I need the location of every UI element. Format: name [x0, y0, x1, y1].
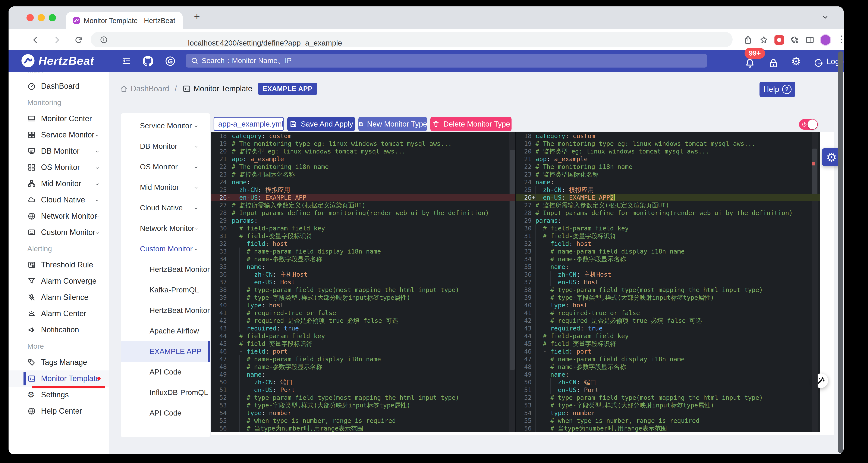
breadcrumb-dashboard-link[interactable]: DashBoard [131, 84, 169, 93]
catalog-group-label: DB Monitor [140, 142, 177, 150]
gear-icon: ⚙ [826, 150, 837, 164]
page-scrollbar[interactable] [838, 51, 843, 453]
save-and-apply-button[interactable]: Save And Apply [287, 117, 355, 131]
catalog-item-label: HertzBeat Monitor(Toke [150, 306, 210, 315]
home-icon[interactable] [120, 84, 128, 93]
settings-gear-icon[interactable]: ⚙ [791, 55, 801, 68]
sidebar-item-monitor-center[interactable]: Monitor Center [8, 111, 109, 127]
menu-fold-icon[interactable] [121, 56, 131, 66]
share-icon[interactable] [743, 35, 753, 45]
sidebar-item-alarm-center[interactable]: Alarm Center [8, 306, 109, 322]
catalog-item-kafka-promql[interactable]: Kafka-PromQL [121, 280, 210, 300]
yml-file-button[interactable]: app-a_example.yml [214, 117, 284, 131]
code-line-38: 38 # type-param field type(most mapping … [211, 286, 516, 294]
help-button[interactable]: Help ? [760, 82, 795, 97]
sidebar-item-notification[interactable]: Notification [8, 322, 109, 338]
address-bar[interactable]: localhost:4200/setting/define?app=a_exam… [91, 32, 733, 47]
hertzbeat-logo-icon [21, 53, 35, 68]
site-info-icon[interactable] [100, 36, 108, 44]
github-icon[interactable] [143, 56, 153, 66]
close-window-button[interactable] [27, 14, 34, 21]
adblock-extension-icon[interactable] [774, 35, 784, 45]
catalog-item-hertzbeat-monitor-toke[interactable]: HertzBeat Monitor(Toke [121, 300, 210, 321]
bookmark-star-icon[interactable] [759, 35, 769, 45]
catalog-item-api-code[interactable]: API Code [121, 403, 210, 423]
catalog-group-custom-monitor[interactable]: Custom Monitor [121, 238, 210, 259]
catalog-item-hertzbeat-monitor[interactable]: HertzBeat Monitor [121, 259, 210, 280]
catalog-group-network-monitor[interactable]: Network Monitor [121, 218, 210, 238]
code-line-37: 37 en-US: Host [211, 278, 516, 286]
chevron-down-icon [95, 198, 99, 203]
catalog-item-influxdb-promql[interactable]: InfluxDB-PromQL [121, 382, 210, 403]
search-input[interactable]: Search：Monitor Name、IP [186, 54, 707, 67]
line-number: 53 [516, 401, 536, 409]
new-monitor-type-button[interactable]: New Monitor Type [359, 117, 427, 131]
side-panel-icon[interactable] [805, 35, 815, 45]
catalog-group-service-monitor[interactable]: Service Monitor [121, 115, 210, 136]
catalog-item-example-app[interactable]: EXAMPLE APP [121, 341, 210, 362]
code-line-47: 47 # name-param field display i18n name [211, 355, 516, 363]
code-line-41: 41 # required-true or false [516, 309, 820, 317]
line-number: 49 [211, 371, 231, 378]
code-line-43: 43 required: true [516, 324, 820, 332]
minimize-window-button[interactable] [38, 14, 45, 21]
delete-monitor-type-button[interactable]: Delete Monitor Type [430, 117, 512, 131]
code-line-32: 32 - field: host [211, 240, 516, 248]
chevron-down-icon [95, 182, 99, 186]
tab-overflow-chevron-icon[interactable] [821, 13, 830, 21]
line-number: 52 [211, 394, 231, 401]
maximize-window-button[interactable] [49, 14, 56, 21]
line-number: 21 [211, 155, 231, 163]
catalog-group-os-monitor[interactable]: OS Monitor [121, 156, 210, 177]
lock-icon[interactable] [768, 58, 779, 68]
sidebar-item-db-monitor[interactable]: DB Monitor [8, 143, 109, 159]
catalog-group-cloud-native[interactable]: Cloud Native [121, 198, 210, 218]
brand-name: HertzBeat [38, 54, 94, 67]
diff-pane-original[interactable]: 18 category: custom19 # The monitoring t… [211, 132, 516, 432]
gitee-icon[interactable] [165, 56, 176, 66]
notification-bell-icon[interactable] [745, 58, 755, 68]
browser-menu-icon[interactable]: ⋮ [837, 34, 844, 45]
sidebar-item-custom-monitor[interactable]: Custom Monitor [8, 224, 109, 240]
line-number: 26- [211, 194, 231, 201]
hertzbeat-logo[interactable]: HertzBeat [21, 53, 94, 68]
sidebar-item-os-monitor[interactable]: OS Monitor [8, 159, 109, 175]
sidebar-item-label: Network Monitor [41, 212, 97, 221]
app-navbar: HertzBeat Search：Monitor Name、IP 99+ ⚙ L… [8, 50, 844, 71]
back-icon[interactable] [31, 35, 40, 45]
browser-tab[interactable]: Monitor Template - HertzBeat × [66, 12, 183, 29]
sidebar-item-monitor-template[interactable]: Monitor Template [8, 371, 109, 387]
sidebar-item-threshold-rule[interactable]: Threshold Rule [8, 257, 109, 273]
right-pane-scrollbar[interactable] [812, 132, 817, 432]
refresh-icon[interactable] [74, 35, 83, 45]
new-tab-button[interactable]: + [194, 10, 200, 22]
sidebar-item-settings[interactable]: ⚙Settings [8, 387, 109, 403]
forward-icon[interactable] [52, 35, 62, 45]
chevron-down-icon [194, 165, 198, 170]
text-cursor [614, 194, 615, 201]
sidebar-item-service-monitor[interactable]: Service Monitor [8, 127, 109, 143]
diff-pane-modified[interactable]: 18 category: custom19 # The monitoring t… [516, 132, 820, 432]
left-pane-scrollbar[interactable] [509, 132, 516, 432]
extensions-puzzle-icon[interactable] [790, 35, 799, 45]
profile-avatar[interactable] [820, 34, 831, 46]
catalog-item-apache-airflow[interactable]: Apache Airflow [121, 321, 210, 341]
sidebar-item-mid-monitor[interactable]: Mid Monitor [8, 175, 109, 192]
sidebar-item-alarm-converge[interactable]: Alarm Converge [8, 273, 109, 289]
sidebar-item-help-center[interactable]: Help Center [8, 403, 109, 419]
sidebar-item-alarm-silence[interactable]: Alarm Silence [8, 289, 109, 306]
sidebar-item-tags-manage[interactable]: Tags Manage [8, 354, 109, 371]
diff-mode-toggle[interactable] [799, 119, 818, 130]
catalog-item-api-code[interactable]: API Code [121, 362, 210, 382]
yaml-diff-editor[interactable]: 18 category: custom19 # The monitoring t… [211, 132, 820, 432]
sidebar-item-network-monitor[interactable]: Network Monitor [8, 208, 109, 224]
catalog-group-mid-monitor[interactable]: Mid Monitor [121, 177, 210, 198]
code-line-31: 31 # field-变量字段标识符 [211, 232, 516, 240]
sidebar-item-cloud-native[interactable]: Cloud Native [8, 192, 109, 208]
tab-close-icon[interactable]: × [169, 16, 174, 25]
code-line-20: 20 # 监控类型 eg: linux windows tomcat mysql… [516, 147, 820, 155]
catalog-group-db-monitor[interactable]: DB Monitor [121, 136, 210, 156]
sidebar-item-dashboard[interactable]: DashBoard [8, 78, 109, 94]
code-line-21: 21 app: a_example [211, 155, 516, 163]
logout-icon[interactable] [813, 58, 824, 68]
